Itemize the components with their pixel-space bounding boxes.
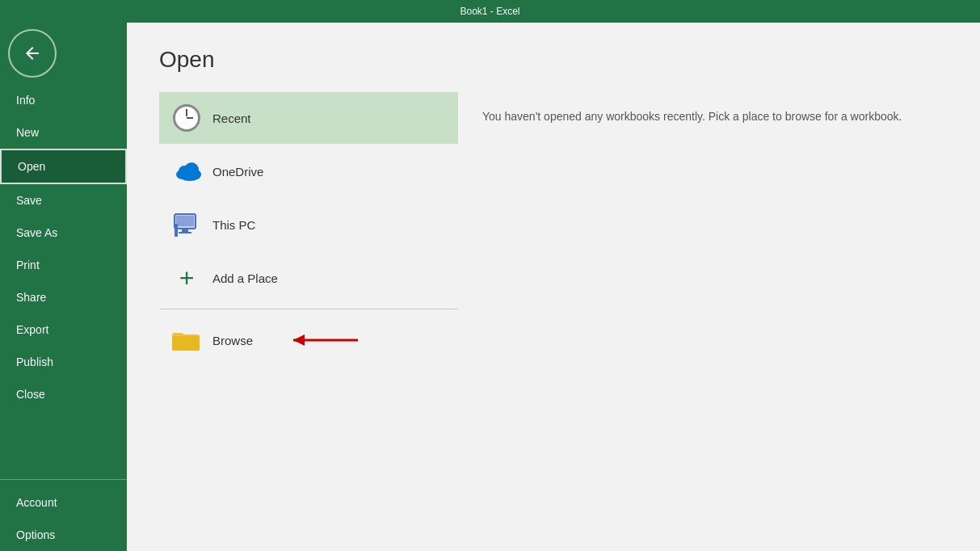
sidebar-item-save-as[interactable]: Save As (0, 217, 127, 249)
sidebar-item-close[interactable]: Close (0, 378, 127, 410)
svg-rect-7 (179, 232, 191, 233)
title-bar: Book1 - Excel (0, 0, 980, 23)
place-add[interactable]: + Add a Place (159, 252, 458, 304)
onedrive-cloud-icon (172, 162, 201, 181)
sidebar-item-publish-label: Publish (16, 355, 53, 368)
sidebar-item-export[interactable]: Export (0, 313, 127, 346)
onedrive-icon (172, 157, 201, 186)
svg-point-3 (184, 162, 199, 177)
svg-marker-13 (293, 334, 305, 346)
main-content: Open Recent (127, 23, 980, 551)
sidebar-item-account-label: Account (16, 496, 57, 509)
place-browse[interactable]: Browse (159, 314, 458, 366)
sidebar-item-info[interactable]: Info (0, 84, 127, 116)
sidebar-item-open-label: Open (18, 160, 45, 173)
clock-icon (173, 104, 200, 132)
sidebar: Info New Open Save Save As Print Share E… (0, 23, 127, 551)
sidebar-item-account[interactable]: Account (0, 486, 127, 519)
sidebar-item-publish[interactable]: Publish (0, 346, 127, 378)
places-list: Recent OneDrive (159, 92, 458, 366)
place-add-label: Add a Place (212, 271, 278, 285)
sidebar-item-save[interactable]: Save (0, 184, 127, 217)
title-text: Book1 - Excel (460, 6, 519, 17)
svg-rect-6 (182, 229, 188, 232)
place-recent[interactable]: Recent (159, 92, 458, 144)
svg-rect-11 (172, 336, 200, 351)
place-onedrive[interactable]: OneDrive (159, 145, 458, 197)
sidebar-item-info-label: Info (16, 94, 35, 107)
svg-rect-8 (175, 224, 178, 237)
sidebar-divider (0, 479, 127, 480)
place-this-pc-label: This PC (212, 218, 255, 232)
sidebar-item-new[interactable]: New (0, 116, 127, 149)
places-divider (159, 309, 458, 309)
folder-icon (172, 328, 201, 352)
sidebar-item-share[interactable]: Share (0, 281, 127, 313)
back-button[interactable] (8, 29, 57, 78)
browse-folder-icon (172, 326, 201, 355)
back-icon (23, 44, 42, 63)
this-pc-icon (172, 210, 201, 239)
sidebar-item-print[interactable]: Print (0, 249, 127, 281)
right-panel: You haven't opened any workbooks recentl… (458, 92, 948, 366)
sidebar-item-save-as-label: Save As (16, 226, 57, 239)
open-options: Recent OneDrive (159, 92, 948, 366)
sidebar-item-print-label: Print (16, 259, 40, 271)
place-browse-label: Browse (212, 334, 253, 347)
place-recent-label: Recent (212, 111, 251, 125)
empty-message: You haven't opened any workbooks recentl… (482, 108, 923, 125)
add-place-icon: + (172, 263, 201, 292)
svg-rect-5 (176, 216, 194, 226)
arrow-icon (277, 332, 358, 348)
sidebar-bottom: Account Options (0, 473, 127, 551)
page-title: Open (159, 47, 948, 73)
sidebar-item-share-label: Share (16, 291, 46, 304)
sidebar-item-options[interactable]: Options (0, 519, 127, 551)
sidebar-item-save-label: Save (16, 194, 42, 207)
browse-arrow-annotation (277, 332, 358, 348)
sidebar-item-options-label: Options (16, 528, 55, 541)
recent-icon (172, 103, 201, 132)
sidebar-item-new-label: New (16, 126, 39, 139)
sidebar-item-open[interactable]: Open (0, 149, 127, 184)
sidebar-nav: Info New Open Save Save As Print Share E… (0, 84, 127, 551)
sidebar-item-export-label: Export (16, 323, 48, 336)
pc-icon (173, 212, 200, 237)
sidebar-item-close-label: Close (16, 388, 45, 401)
place-onedrive-label: OneDrive (212, 165, 263, 179)
place-this-pc[interactable]: This PC (159, 199, 458, 250)
